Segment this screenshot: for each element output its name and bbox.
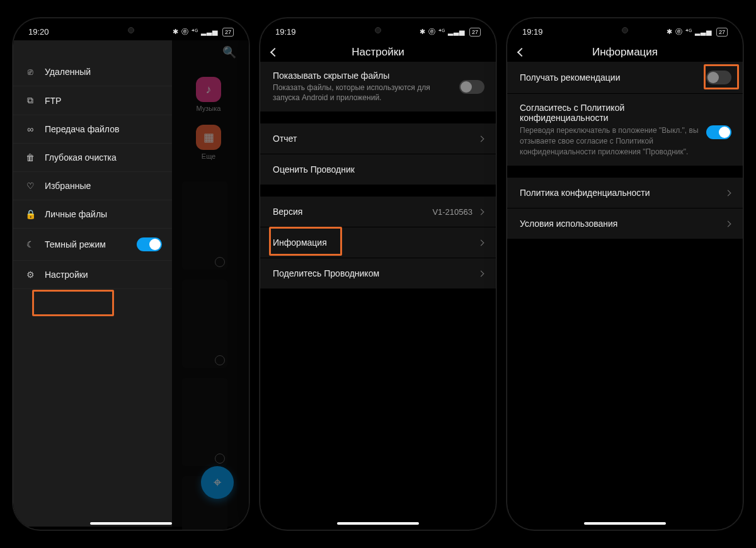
file-thumbnail[interactable] (182, 181, 227, 270)
drawer-item-ftp[interactable]: ⧉ FTP (13, 86, 172, 115)
grid-icon: ▦ (196, 125, 221, 150)
search-icon[interactable]: 🔍 (222, 45, 236, 59)
drawer-item-label: Личные файлы (45, 209, 107, 219)
drawer-item-label: Удаленный (45, 67, 91, 77)
row-label: Согласитесь с Политикой конфиденциальнос… (520, 103, 699, 123)
drawer-item-darkmode[interactable]: ☾ Темный режим (13, 229, 172, 261)
version-value: V1-210563 (432, 207, 472, 217)
chevron-right-icon (478, 208, 484, 215)
phone-screen-1: 19:20 ✱ ⓔ ⁴ᴳ ▂▃▅ 27 🔍 ♪ Музыка ▦ Еще (13, 18, 249, 530)
row-show-hidden[interactable]: Показывать скрытые файлы Показать файлы,… (260, 62, 496, 112)
phone-screen-2: 19:19 ✱ ⓔ ⁴ᴳ ▂▃▅ 27 Настройки Показывать… (260, 18, 496, 530)
status-icons: ✱ ⓔ ⁴ᴳ ▂▃▅ 27 (667, 27, 728, 37)
drawer-item-label: Глубокая очистка (45, 152, 117, 163)
info-list: Получать рекомендации Согласитесь с Поли… (507, 62, 743, 239)
drawer-item-label: FTP (45, 96, 61, 106)
chevron-right-icon (725, 190, 731, 196)
row-version[interactable]: Версия V1-210563 (260, 197, 496, 227)
row-agree-privacy[interactable]: Согласитесь с Политикой конфиденциальнос… (507, 94, 743, 166)
row-rate[interactable]: Оценить Проводник (260, 154, 496, 185)
home-indicator[interactable] (90, 522, 172, 525)
drawer-item-settings[interactable]: ⚙ Настройки (13, 261, 172, 289)
row-share[interactable]: Поделитесь Проводником (260, 258, 496, 289)
moon-icon: ☾ (25, 239, 36, 249)
drawer-item-private[interactable]: 🔒 Личные файлы (13, 200, 172, 229)
category-tile-more[interactable]: ▦ Еще (190, 125, 227, 160)
row-sublabel: Переводя переключатель в положение "Выкл… (520, 125, 699, 157)
page-title: Информация (507, 46, 743, 59)
battery-icon: 27 (222, 28, 234, 37)
privacy-agree-toggle[interactable] (706, 125, 731, 139)
front-camera (622, 27, 628, 33)
front-camera (375, 27, 381, 33)
row-report[interactable]: Отчет (260, 123, 496, 154)
clock: 19:20 (28, 27, 49, 37)
drawer-item-label: Избранные (45, 181, 91, 191)
gear-icon: ⚙ (25, 270, 36, 280)
ftp-icon: ⧉ (25, 95, 36, 106)
clean-icon: 🗑 (25, 152, 36, 163)
drawer-item-deepclean[interactable]: 🗑 Глубокая очистка (13, 144, 172, 172)
page-header: Информация (507, 40, 743, 62)
row-label: Показывать скрытые файлы (273, 71, 452, 81)
row-terms[interactable]: Условия использования (507, 208, 743, 239)
page-title: Настройки (260, 46, 496, 59)
nav-drawer: ⎚ Удаленный ⧉ FTP ∞ Передача файлов 🗑 Гл… (13, 40, 172, 527)
row-information[interactable]: Информация (260, 227, 496, 258)
page-header: Настройки (260, 40, 496, 62)
status-icons: ✱ ⓔ ⁴ᴳ ▂▃▅ 27 (173, 27, 234, 37)
recommendations-toggle[interactable] (706, 71, 731, 84)
battery-icon: 27 (469, 28, 481, 37)
clean-fab[interactable]: ⌖ (201, 466, 234, 499)
chevron-right-icon (478, 135, 484, 142)
file-thumbnail[interactable] (182, 280, 227, 368)
category-tile-music[interactable]: ♪ Музыка (190, 77, 227, 112)
row-privacy-policy[interactable]: Политика конфиденциальности (507, 178, 743, 208)
lock-icon: 🔒 (25, 209, 36, 219)
clock: 19:19 (275, 27, 296, 37)
drawer-item-label: Настройки (45, 270, 88, 280)
battery-icon: 27 (716, 28, 728, 37)
status-icons: ✱ ⓔ ⁴ᴳ ▂▃▅ 27 (420, 27, 481, 37)
darkmode-toggle[interactable] (137, 237, 162, 251)
chevron-right-icon (725, 220, 731, 227)
front-camera (128, 27, 134, 33)
settings-list: Показывать скрытые файлы Показать файлы,… (260, 62, 496, 289)
row-recommendations[interactable]: Получать рекомендации (507, 62, 743, 94)
row-sublabel: Показать файлы, которые используются для… (273, 83, 452, 103)
clock: 19:19 (522, 27, 543, 37)
drawer-item-favorites[interactable]: ♡ Избранные (13, 172, 172, 200)
chevron-right-icon (478, 270, 484, 277)
drawer-item-label: Передача файлов (45, 124, 119, 134)
transfer-icon: ∞ (25, 124, 36, 134)
drawer-item-transfer[interactable]: ∞ Передача файлов (13, 115, 172, 144)
drawer-item-label: Темный режим (45, 239, 106, 249)
drawer-item-remote[interactable]: ⎚ Удаленный (13, 58, 172, 86)
show-hidden-toggle[interactable] (459, 80, 484, 94)
heart-icon: ♡ (25, 181, 36, 191)
chevron-right-icon (478, 239, 484, 246)
phone-screen-3: 19:19 ✱ ⓔ ⁴ᴳ ▂▃▅ 27 Информация Получать … (507, 18, 743, 530)
music-icon: ♪ (196, 77, 221, 102)
file-thumbnail[interactable] (182, 378, 227, 466)
remote-icon: ⎚ (25, 67, 36, 77)
home-indicator[interactable] (337, 522, 419, 525)
broom-icon: ⌖ (214, 474, 221, 491)
home-indicator[interactable] (584, 522, 666, 525)
